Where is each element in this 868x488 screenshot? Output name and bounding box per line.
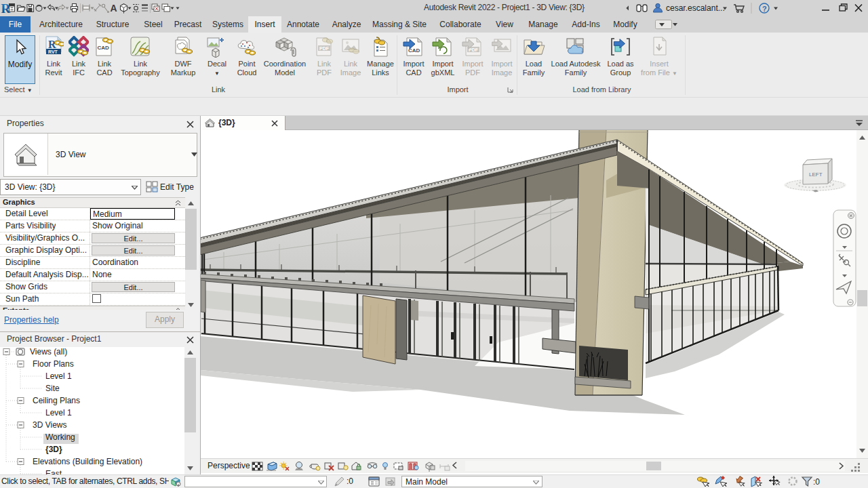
- svg-text:?: ?: [762, 5, 767, 13]
- svg-text:RVT: RVT: [48, 49, 58, 54]
- svg-text:PDF: PDF: [319, 46, 330, 51]
- svg-text::0: :0: [813, 477, 820, 487]
- svg-text:cesar.escalant...: cesar.escalant...: [666, 3, 725, 13]
- svg-text:CAD: CAD: [98, 45, 110, 51]
- svg-text:PDF: PDF: [469, 47, 479, 52]
- svg-text:LEFT: LEFT: [809, 171, 823, 178]
- svg-text:A: A: [111, 3, 117, 14]
